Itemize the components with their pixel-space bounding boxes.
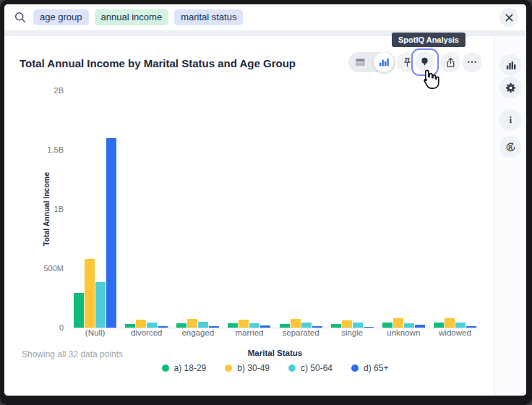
bar[interactable] bbox=[393, 318, 403, 328]
x-axis-title: Marital Status bbox=[69, 349, 481, 357]
bar-group-separated bbox=[275, 90, 327, 328]
bar[interactable] bbox=[74, 293, 84, 328]
bar[interactable] bbox=[331, 324, 341, 328]
x-tick-label: (Null) bbox=[69, 328, 121, 337]
bar[interactable] bbox=[228, 323, 238, 328]
bar[interactable] bbox=[434, 323, 444, 328]
bar[interactable] bbox=[147, 323, 157, 328]
table-icon bbox=[354, 56, 366, 69]
search-token-age-group[interactable]: age group bbox=[33, 9, 89, 25]
y-axis-ticks: 0500M1B1.5B2B bbox=[4, 90, 64, 328]
info-button[interactable]: i bbox=[499, 109, 521, 131]
bar[interactable] bbox=[209, 326, 219, 328]
view-toggle[interactable] bbox=[348, 52, 395, 72]
bar[interactable] bbox=[280, 324, 290, 328]
bar-group-engaged bbox=[172, 90, 223, 328]
legend-dot-icon bbox=[351, 364, 359, 372]
legend-dot-icon bbox=[162, 364, 169, 372]
bar-group-married bbox=[223, 90, 275, 328]
chart-config-button[interactable] bbox=[499, 54, 521, 76]
legend-label: d) 65+ bbox=[364, 363, 388, 373]
window: age groupannual incomemarital status Spo… bbox=[0, 0, 532, 405]
x-tick-label: unknown bbox=[378, 328, 429, 337]
right-sidebar: i R bbox=[494, 36, 526, 396]
y-tick-label: 0 bbox=[59, 323, 64, 332]
bar[interactable] bbox=[85, 259, 95, 328]
x-tick-label: engaged bbox=[172, 328, 223, 337]
legend-dot-icon bbox=[288, 364, 296, 372]
legend-item-d-65-[interactable]: d) 65+ bbox=[351, 363, 388, 373]
table-view-button[interactable] bbox=[348, 52, 372, 72]
more-options-button[interactable] bbox=[462, 52, 482, 72]
y-tick-label: 500M bbox=[43, 264, 64, 273]
bar[interactable] bbox=[158, 326, 168, 328]
bar-group-widowed bbox=[429, 90, 481, 328]
legend-item-b-30-49[interactable]: b) 30-49 bbox=[225, 363, 270, 373]
bar-group-divorced bbox=[121, 90, 172, 328]
bar-chart-icon bbox=[378, 56, 390, 68]
svg-text:i: i bbox=[509, 115, 512, 125]
share-button[interactable] bbox=[440, 52, 460, 72]
y-tick-label: 1.5B bbox=[47, 145, 64, 154]
bar[interactable] bbox=[364, 327, 374, 328]
x-tick-label: widowed bbox=[429, 328, 481, 337]
bar[interactable] bbox=[187, 319, 197, 328]
spotiq-bulb-icon bbox=[419, 56, 431, 68]
chart-view-button[interactable] bbox=[374, 52, 394, 72]
bar[interactable] bbox=[260, 325, 270, 328]
bar[interactable] bbox=[239, 320, 249, 328]
app-surface: age groupannual incomemarital status Spo… bbox=[4, 4, 526, 396]
info-icon: i bbox=[505, 115, 516, 126]
y-tick-label: 2B bbox=[54, 86, 64, 95]
x-tick-label: single bbox=[327, 328, 378, 337]
bar[interactable] bbox=[125, 324, 135, 328]
x-axis-labels: (Null)divorcedengagedmarriedseparatedsin… bbox=[69, 328, 481, 337]
ellipsis-icon bbox=[466, 56, 478, 68]
bar[interactable] bbox=[353, 323, 363, 328]
bar[interactable] bbox=[249, 323, 259, 328]
legend: a) 18-29b) 30-49c) 50-64d) 65+ bbox=[69, 363, 481, 373]
legend-item-c-50-64[interactable]: c) 50-64 bbox=[288, 363, 332, 373]
legend-item-a-18-29[interactable]: a) 18-29 bbox=[162, 363, 207, 373]
legend-label: c) 50-64 bbox=[301, 363, 332, 373]
settings-button[interactable] bbox=[499, 77, 521, 98]
bar[interactable] bbox=[466, 326, 476, 328]
bar[interactable] bbox=[382, 323, 392, 328]
bar-group-null bbox=[69, 90, 121, 328]
legend-label: b) 30-49 bbox=[237, 363, 270, 373]
bar[interactable] bbox=[312, 326, 322, 328]
gear-icon bbox=[505, 82, 517, 94]
legend-label: a) 18-29 bbox=[174, 363, 207, 373]
search-bar[interactable]: age groupannual incomemarital status bbox=[4, 4, 526, 30]
bar-group-single bbox=[327, 90, 378, 328]
bar[interactable] bbox=[136, 320, 146, 328]
bar[interactable] bbox=[415, 325, 425, 328]
bar[interactable] bbox=[342, 320, 352, 328]
search-token-annual-income[interactable]: annual income bbox=[95, 9, 169, 25]
r-analysis-button[interactable]: R bbox=[499, 136, 521, 158]
x-tick-label: separated bbox=[275, 328, 327, 337]
search-token-marital-status[interactable]: marital status bbox=[174, 9, 243, 25]
bar-group-unknown bbox=[378, 90, 429, 328]
close-icon bbox=[505, 14, 513, 22]
bar[interactable] bbox=[291, 319, 301, 328]
close-button[interactable] bbox=[499, 8, 518, 27]
spotiq-analysis-button[interactable] bbox=[415, 52, 435, 72]
search-tokens: age groupannual incomemarital status bbox=[33, 9, 243, 25]
bar[interactable] bbox=[455, 323, 466, 328]
bar[interactable] bbox=[106, 138, 116, 328]
bar[interactable] bbox=[445, 318, 455, 328]
bar[interactable] bbox=[198, 322, 208, 328]
legend-dot-icon bbox=[225, 364, 232, 372]
x-tick-label: married bbox=[223, 328, 275, 337]
bar[interactable] bbox=[301, 323, 312, 328]
plot-area bbox=[69, 90, 481, 328]
answer-panel: Total Annual Income by Marital Status an… bbox=[4, 36, 526, 396]
bar[interactable] bbox=[95, 282, 106, 328]
svg-text:R: R bbox=[508, 144, 512, 150]
share-icon bbox=[445, 56, 457, 69]
spotiq-focus-ring bbox=[411, 48, 439, 76]
page-title: Total Annual Income by Marital Status an… bbox=[20, 57, 296, 69]
bar[interactable] bbox=[176, 323, 186, 328]
bar[interactable] bbox=[404, 323, 414, 328]
